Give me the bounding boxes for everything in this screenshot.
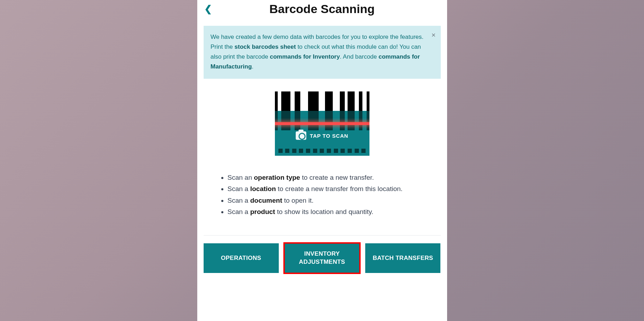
inventory-adjustments-label: INVENTORY ADJUSTMENTS bbox=[288, 250, 356, 266]
operations-button[interactable]: OPERATIONS bbox=[204, 243, 279, 273]
chevron-left-icon: ❮ bbox=[204, 4, 212, 14]
instruction-pre: Scan a bbox=[228, 208, 250, 215]
batch-transfers-button[interactable]: BATCH TRANSFERS bbox=[365, 243, 440, 273]
scan-line-icon bbox=[275, 122, 369, 125]
action-button-row: OPERATIONS INVENTORY ADJUSTMENTS BATCH T… bbox=[204, 243, 441, 273]
instruction-pre: Scan an bbox=[228, 174, 254, 181]
barcode-graphic-top bbox=[275, 91, 369, 111]
camera-icon bbox=[296, 131, 306, 140]
divider bbox=[204, 235, 441, 236]
barcode-scanning-panel: ❮ Barcode Scanning × We have created a f… bbox=[197, 0, 447, 321]
tap-to-scan-button[interactable]: TAP TO SCAN bbox=[275, 91, 369, 156]
instruction-item: Scan an operation type to create a new t… bbox=[228, 172, 433, 183]
instruction-bold: location bbox=[250, 185, 276, 192]
inventory-adjustments-button[interactable]: INVENTORY ADJUSTMENTS bbox=[284, 243, 360, 273]
instruction-item: Scan a document to open it. bbox=[228, 195, 433, 206]
instruction-post: to open it. bbox=[282, 197, 314, 204]
instruction-bold: document bbox=[250, 197, 282, 204]
page-title: Barcode Scanning bbox=[197, 2, 447, 16]
instruction-item: Scan a location to create a new transfer… bbox=[228, 183, 433, 195]
tap-to-scan-label: TAP TO SCAN bbox=[310, 133, 348, 139]
instruction-post: to create a new transfer. bbox=[300, 174, 374, 181]
tap-row: TAP TO SCAN bbox=[275, 131, 369, 140]
instruction-post: to create a new transfer from this locat… bbox=[276, 185, 403, 192]
stock-barcodes-sheet-link[interactable]: stock barcodes sheet bbox=[235, 43, 296, 50]
instruction-item: Scan a product to show its location and … bbox=[228, 206, 433, 218]
instruction-post: to show its location and quantity. bbox=[275, 208, 373, 215]
scan-body: TAP TO SCAN bbox=[275, 111, 369, 156]
commands-inventory-link[interactable]: commands for Inventory bbox=[270, 53, 340, 60]
barcode-graphic-mid bbox=[275, 111, 369, 130]
instruction-pre: Scan a bbox=[228, 197, 250, 204]
header: ❮ Barcode Scanning bbox=[197, 0, 447, 21]
close-icon[interactable]: × bbox=[432, 29, 436, 41]
barcode-graphic-bottom bbox=[278, 149, 366, 153]
back-button[interactable]: ❮ bbox=[201, 3, 215, 15]
instruction-bold: operation type bbox=[254, 174, 300, 181]
instruction-pre: Scan a bbox=[228, 185, 250, 192]
info-alert: × We have created a few demo data with b… bbox=[204, 26, 441, 79]
instruction-bold: product bbox=[250, 208, 275, 215]
info-text-4: . bbox=[252, 63, 254, 70]
info-text-3: . And barcode bbox=[340, 53, 379, 60]
operations-label: OPERATIONS bbox=[221, 254, 261, 262]
instructions: Scan an operation type to create a new t… bbox=[218, 172, 433, 218]
scan-area: TAP TO SCAN bbox=[197, 91, 447, 156]
batch-transfers-label: BATCH TRANSFERS bbox=[373, 254, 433, 262]
